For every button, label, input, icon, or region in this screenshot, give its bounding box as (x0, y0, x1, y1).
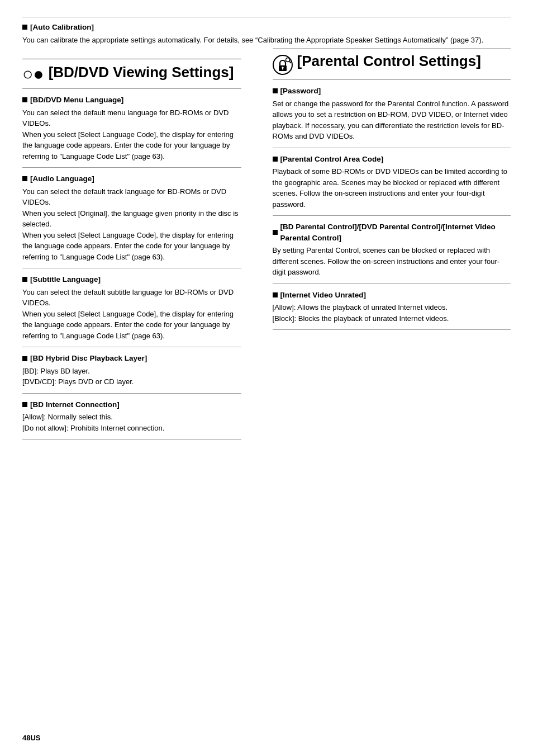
parental-top-divider (273, 49, 511, 49)
after-bd-dvd-title-divider (22, 88, 241, 89)
after-parental-title-divider (273, 79, 511, 80)
bd-dvd-section: ○● [BD/DVD Viewing Settings] [BD/DVD Men… (22, 59, 241, 440)
password-heading: [Password] (273, 86, 511, 97)
bd-dvd-internet-parental-heading: [BD Parental Control]/[DVD Parental Cont… (273, 221, 511, 243)
audio-lang-body: You can select the default track languag… (22, 186, 241, 263)
parental-area-code-body: Playback of some BD-ROMs or DVD VIDEOs c… (273, 166, 511, 210)
internet-video-unrated-body: [Allow]: Allows the playback of unrated … (273, 302, 511, 324)
bd-dvd-menu-lang-body: You can select the default menu language… (22, 107, 241, 162)
bullet-icon (22, 25, 27, 30)
password-item: [Password] Set or change the password fo… (273, 86, 511, 142)
bd-hybrid-item: [BD Hybrid Disc Playback Layer] [BD]: Pl… (22, 353, 241, 388)
page-number: 48US (22, 733, 41, 744)
auto-calibration-heading: [Auto Calibration] (22, 22, 511, 33)
bd-hybrid-body: [BD]: Plays BD layer.[DVD/CD]: Plays DVD… (22, 366, 241, 388)
bd-dvd-menu-lang-heading: [BD/DVD Menu Language] (22, 94, 241, 106)
bullet-icon (273, 88, 278, 93)
top-divider (22, 17, 511, 17)
bullet-icon (22, 402, 27, 407)
divider-5 (22, 439, 241, 440)
svg-rect-3 (282, 68, 283, 70)
bullet-icon (22, 356, 27, 361)
divider-r4 (273, 329, 511, 330)
internet-video-unrated-heading: [Internet Video Unrated] (273, 290, 511, 301)
parental-area-code-heading: [Parental Control Area Code] (273, 154, 511, 165)
parental-area-code-item: [Parental Control Area Code] Playback of… (273, 154, 511, 210)
right-column: [Parental Control Settings] [Password] S… (257, 49, 511, 445)
bd-hybrid-heading: [BD Hybrid Disc Playback Layer] (22, 353, 241, 364)
subtitle-lang-item: [Subtitle Language] You can select the d… (22, 274, 241, 341)
divider-1 (22, 167, 241, 168)
divider-3 (22, 347, 241, 347)
divider-r1 (273, 148, 511, 148)
parental-title-text: [Parental Control Settings] (297, 53, 481, 70)
parental-icon (273, 55, 293, 75)
subtitle-lang-heading: [Subtitle Language] (22, 274, 241, 285)
audio-lang-heading: [Audio Language] (22, 173, 241, 185)
divider-r3 (273, 284, 511, 284)
bullet-icon (273, 230, 278, 235)
bullet-icon (22, 97, 27, 102)
bd-internet-item: [BD Internet Connection] [Allow]: Normal… (22, 399, 241, 434)
internet-video-unrated-item: [Internet Video Unrated] [Allow]: Allows… (273, 290, 511, 324)
auto-calibration-body: You can calibrate the appropriate settin… (22, 35, 511, 46)
bullet-icon (273, 157, 278, 162)
bd-dvd-title-text: [BD/DVD Viewing Settings] (49, 64, 234, 81)
page: [Auto Calibration] You can calibrate the… (0, 0, 533, 756)
two-col-layout: ○● [BD/DVD Viewing Settings] [BD/DVD Men… (22, 49, 511, 445)
audio-lang-item: [Audio Language] You can select the defa… (22, 173, 241, 262)
bullet-icon (22, 176, 27, 181)
bd-dvd-icon: ○● (22, 65, 44, 83)
left-column: ○● [BD/DVD Viewing Settings] [BD/DVD Men… (22, 49, 257, 445)
bd-internet-body: [Allow]: Normally select this.[Do not al… (22, 412, 241, 433)
bd-dvd-internet-parental-body: By setting Parental Control, scenes can … (273, 245, 511, 278)
bd-dvd-menu-lang-item: [BD/DVD Menu Language] You can select th… (22, 94, 241, 162)
divider-r2 (273, 215, 511, 216)
bd-dvd-top-divider (22, 59, 241, 59)
bullet-icon (22, 277, 27, 282)
parental-title: [Parental Control Settings] (273, 53, 511, 74)
subtitle-lang-body: You can select the default subtitle lang… (22, 287, 241, 342)
bd-internet-heading: [BD Internet Connection] (22, 399, 241, 410)
bullet-icon (273, 292, 278, 297)
divider-4 (22, 393, 241, 394)
bd-dvd-internet-parental-item: [BD Parental Control]/[DVD Parental Cont… (273, 221, 511, 278)
password-body: Set or change the password for the Paren… (273, 98, 511, 142)
svg-point-4 (285, 58, 289, 62)
auto-calibration-section: [Auto Calibration] You can calibrate the… (22, 17, 511, 45)
bd-dvd-title: ○● [BD/DVD Viewing Settings] (22, 64, 241, 83)
divider-2 (22, 268, 241, 268)
